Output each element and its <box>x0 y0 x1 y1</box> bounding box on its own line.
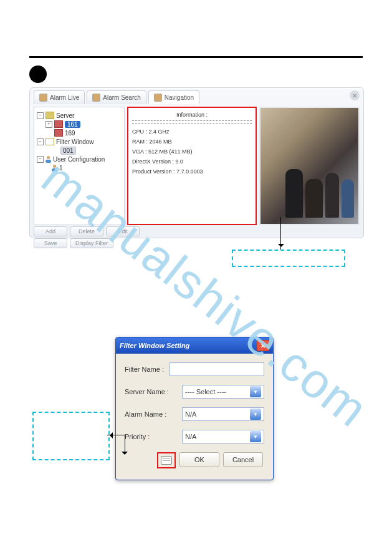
tree-item-selected[interactable]: 161 <box>65 121 80 128</box>
tab-label: Navigation <box>165 94 194 101</box>
select-value: N/A <box>185 433 196 440</box>
figure <box>325 173 339 218</box>
figure <box>285 169 303 218</box>
callout-box <box>232 249 345 267</box>
expand-icon[interactable]: + <box>45 121 52 128</box>
delete-button[interactable]: Delete <box>70 226 103 236</box>
filter-window-setting-dialog: Filter Window Setting ✕ Filter Name : Se… <box>115 337 274 480</box>
info-divider <box>132 120 252 124</box>
panel-close-button[interactable]: ✕ <box>350 90 360 100</box>
info-ram: RAM : 2046 MB <box>132 138 252 145</box>
chevron-down-icon: ▼ <box>250 431 261 442</box>
dialog-title: Filter Window Setting <box>120 342 189 349</box>
tab-alarm-search[interactable]: Alarm Search <box>87 90 146 104</box>
camera-icon <box>54 120 63 128</box>
chevron-down-icon: ▼ <box>250 386 261 397</box>
collapse-icon[interactable]: − <box>37 112 44 119</box>
keyboard-button-highlight[interactable] <box>157 452 176 468</box>
callout-box <box>32 412 110 460</box>
figure <box>342 179 354 218</box>
tree-label[interactable]: 1 <box>59 165 63 172</box>
dialog-titlebar[interactable]: Filter Window Setting ✕ <box>116 337 273 354</box>
alarm-name-select[interactable]: N/A▼ <box>182 407 264 421</box>
filter-name-label: Filter Name : <box>125 366 165 373</box>
video-thumbnail[interactable] <box>259 107 360 225</box>
server-folder-icon <box>45 112 54 119</box>
cancel-button[interactable]: Cancel <box>223 452 263 467</box>
keyboard-icon <box>161 456 172 465</box>
add-button[interactable]: Add <box>34 226 67 236</box>
info-title: Information : <box>132 112 252 118</box>
edit-button[interactable]: Edit <box>106 226 140 236</box>
tab-strip: Alarm Live Alarm Search Navigation ✕ <box>30 88 363 104</box>
section-rule <box>29 56 363 58</box>
collapse-icon[interactable]: − <box>37 138 44 145</box>
eye-icon <box>154 94 162 102</box>
app-panel: Alarm Live Alarm Search Navigation ✕ −Se… <box>29 87 364 238</box>
tree-label[interactable]: Filter Window <box>56 138 94 145</box>
filter-item[interactable]: 001 <box>60 147 76 155</box>
info-cpu: CPU : 2.4 GHz <box>132 128 252 135</box>
save-button[interactable]: Save <box>34 238 67 248</box>
display-icon <box>39 94 47 102</box>
callout-arrow <box>280 217 281 249</box>
alarm-name-label: Alarm Name : <box>125 410 177 418</box>
select-value: ---- Select ---- <box>185 388 226 395</box>
callout-arrow <box>107 435 125 435</box>
camera-icon <box>54 129 63 137</box>
toolbar-row-2: Save Display Filter <box>30 238 363 248</box>
tree-label[interactable]: 169 <box>65 130 75 137</box>
ok-button[interactable]: OK <box>179 452 219 467</box>
information-panel: Information : CPU : 2.4 GHz RAM : 2046 M… <box>127 107 257 225</box>
user-icon <box>52 165 57 172</box>
info-directx: DirectX Version : 9.0 <box>132 158 252 165</box>
arrow-head-icon <box>122 452 128 458</box>
section-bullet <box>29 65 47 83</box>
search-icon <box>92 94 100 102</box>
server-name-select[interactable]: ---- Select ----▼ <box>182 385 264 399</box>
filter-name-input[interactable] <box>170 362 264 376</box>
tree-label[interactable]: User Configuration <box>53 156 105 163</box>
tab-label: Alarm Search <box>103 94 141 101</box>
filter-icon <box>45 138 54 145</box>
chevron-down-icon: ▼ <box>250 409 261 420</box>
tab-alarm-live[interactable]: Alarm Live <box>34 90 85 104</box>
close-icon[interactable]: ✕ <box>257 340 269 351</box>
priority-select[interactable]: N/A▼ <box>182 430 264 443</box>
toolbar: Add Delete Edit <box>30 226 363 236</box>
display-filter-button[interactable]: Display Filter <box>70 238 113 248</box>
tab-label: Alarm Live <box>50 94 79 101</box>
collapse-icon[interactable]: − <box>37 156 44 163</box>
users-icon <box>45 156 51 163</box>
info-vga: VGA : 512 MB (411 MB) <box>132 148 252 155</box>
tab-navigation[interactable]: Navigation <box>148 90 199 104</box>
tree-label[interactable]: Server <box>56 112 74 119</box>
figure <box>305 179 323 218</box>
info-product: Product Version : 7.7.0.0003 <box>132 168 252 175</box>
callout-arrow <box>125 435 125 453</box>
priority-label: Priority : <box>125 433 177 440</box>
server-name-label: Server Name : <box>125 388 177 395</box>
select-value: N/A <box>185 410 196 418</box>
nav-tree: −Server +161 169 −Filter Window 001 −Use… <box>34 107 125 225</box>
